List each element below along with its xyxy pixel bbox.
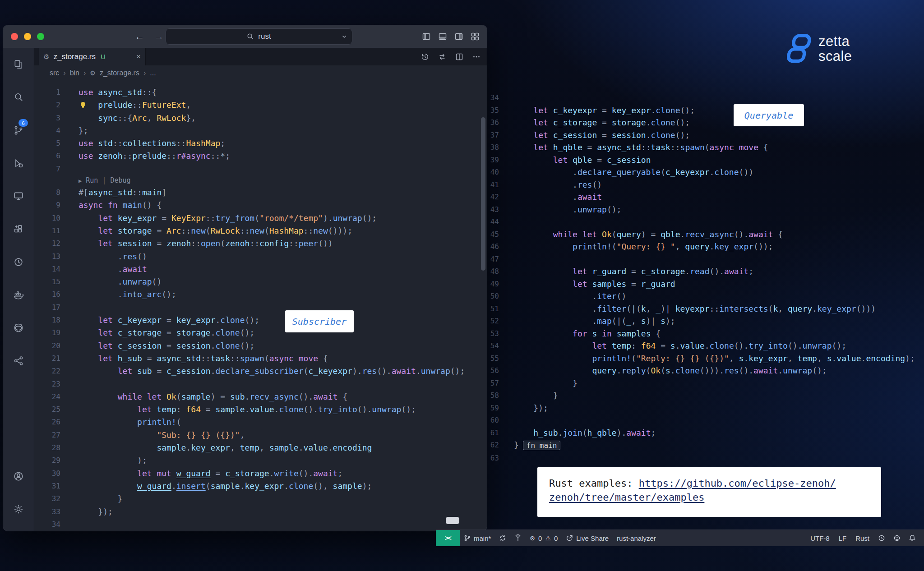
code-line[interactable]: 20 let c_session = session.clone();	[34, 340, 487, 352]
code-line[interactable]: 52 .map(|(_, s)| s);	[469, 315, 924, 327]
live-share-button[interactable]: Live Share	[562, 530, 613, 546]
code-line[interactable]: 33 });	[34, 506, 487, 518]
breadcrumb-item[interactable]: bin	[70, 69, 79, 77]
code-line[interactable]: 4};	[34, 124, 487, 137]
code-line[interactable]: 50 .iter()	[469, 290, 924, 303]
code-line[interactable]: 5use std::collections::HashMap;	[34, 137, 487, 150]
code-line[interactable]: 51 .filter(|(k, _)| keyexpr::intersects(…	[469, 303, 924, 315]
breadcrumb-item[interactable]: src	[50, 69, 59, 77]
code-line[interactable]: 16 .into_arc();	[34, 288, 487, 301]
docker-icon[interactable]	[3, 278, 34, 311]
toggle-panel-icon[interactable]	[438, 32, 447, 41]
share-network-icon[interactable]	[3, 344, 34, 377]
code-line[interactable]: 10 let key_expr = KeyExpr::try_from("roo…	[34, 212, 487, 225]
code-line[interactable]: 6use zenoh::prelude::r#async::*;	[34, 150, 487, 162]
examples-link-line2[interactable]: zenoh/tree/master/examples	[549, 492, 704, 503]
code-line[interactable]: 22 let sub = c_session.declare_subscribe…	[34, 365, 487, 378]
code-line[interactable]: 2 prelude::FutureExt,	[34, 99, 487, 111]
notifications-bell-icon[interactable]	[905, 530, 919, 546]
breadcrumb-item[interactable]: ...	[150, 69, 156, 77]
encoding-status[interactable]: UTF-8	[806, 530, 834, 546]
code-line[interactable]: 62}fn main	[469, 439, 924, 452]
code-line[interactable]: 34	[34, 518, 487, 531]
code-line[interactable]: 61 h_sub.join(h_qble).await;	[469, 427, 924, 439]
code-line[interactable]: 27 "Sub: {} {} ({})",	[34, 429, 487, 442]
code-line[interactable]: 3 sync::{Arc, RwLock},	[34, 112, 487, 124]
remote-explorer-icon[interactable]	[3, 180, 34, 212]
code-line[interactable]: 46 println!("Query: {} ", query.key_expr…	[469, 240, 924, 253]
minimize-window-button[interactable]	[24, 33, 31, 40]
eol-status[interactable]: LF	[835, 530, 851, 546]
code-line[interactable]: 23	[34, 378, 487, 391]
vertical-scrollbar[interactable]	[481, 117, 485, 271]
customize-layout-icon[interactable]	[471, 32, 480, 41]
remote-indicator[interactable]: ><	[436, 530, 460, 546]
code-line[interactable]: 7	[34, 163, 487, 175]
code-line[interactable]: 12 let session = zenoh::open(zenoh::conf…	[34, 237, 487, 250]
code-line[interactable]: 44	[469, 216, 924, 228]
code-line[interactable]: 34	[469, 92, 924, 104]
quick-fix-lightbulb-icon[interactable]	[79, 101, 87, 109]
code-line[interactable]: 38 let h_qble = async_std::task::spawn(a…	[469, 141, 924, 154]
sync-status[interactable]	[495, 530, 510, 546]
close-tab-icon[interactable]: ×	[136, 52, 141, 61]
code-line[interactable]: 53 for s in samples {	[469, 327, 924, 340]
toggle-secondary-sidebar-icon[interactable]	[454, 32, 463, 41]
code-line[interactable]: 21 let h_sub = async_std::task::spawn(as…	[34, 352, 487, 365]
examples-link[interactable]: https://github.com/eclipse-zenoh/	[639, 478, 836, 489]
code-line[interactable]: 41 .res()	[469, 179, 924, 191]
search-icon[interactable]	[3, 81, 34, 114]
code-line[interactable]: 37 let c_session = session.clone();	[469, 129, 924, 142]
code-line[interactable]: 42 .await	[469, 191, 924, 203]
code-line[interactable]: 47	[469, 253, 924, 266]
code-line[interactable]: 18 let c_keyexpr = key_expr.clone();	[34, 314, 487, 327]
editor-left-pane[interactable]: 1use async_std::{2 prelude::FutureExt,3 …	[34, 80, 487, 531]
codelens-debug[interactable]: Debug	[110, 176, 130, 184]
code-line[interactable]: 9async fn main() {	[34, 199, 487, 212]
code-line[interactable]: 55 println!("Reply: {} {} ({})", s.key_e…	[469, 352, 924, 365]
zoom-window-button[interactable]	[37, 33, 44, 40]
extension-status-icon[interactable]	[874, 530, 889, 546]
chevron-down-icon[interactable]	[341, 33, 347, 40]
run-debug-icon[interactable]	[3, 147, 34, 180]
breadcrumb-item[interactable]: z_storage.rs	[100, 69, 139, 77]
code-line[interactable]: 29 );	[34, 454, 487, 467]
code-line[interactable]: 1use async_std::{	[34, 86, 487, 99]
code-line[interactable]: 31 w_guard.insert(sample.key_expr.clone(…	[34, 480, 487, 493]
code-line[interactable]: 26 println!(	[34, 416, 487, 428]
timeline-history-icon[interactable]	[421, 53, 429, 61]
code-line[interactable]: 30 let mut w_guard = c_storage.write().a…	[34, 467, 487, 480]
accounts-icon[interactable]	[3, 460, 34, 493]
navigate-back-button[interactable]: ←	[135, 31, 144, 42]
code-line[interactable]: 43 .unwrap();	[469, 203, 924, 216]
problems-status[interactable]: ⊗ 0 ⚠ 0	[526, 530, 562, 546]
run-icon[interactable]: ▶	[79, 178, 82, 184]
breadcrumb[interactable]: src›bin›⚙z_storage.rs›...	[34, 65, 487, 80]
code-line[interactable]: 17	[34, 301, 487, 314]
source-control-icon[interactable]: 6	[3, 114, 34, 147]
code-line[interactable]: 57 }	[469, 377, 924, 390]
code-line[interactable]: 40 .declare_queryable(c_keyexpr.clone())	[469, 166, 924, 179]
compare-changes-icon[interactable]	[438, 53, 446, 61]
language-mode-status[interactable]: Rust	[851, 530, 873, 546]
code-line[interactable]: 19 let c_storage = storage.clone();	[34, 327, 487, 339]
horizontal-scrollbar-thumb[interactable]	[446, 517, 459, 524]
code-line[interactable]: 49 let samples = r_guard	[469, 278, 924, 290]
split-editor-icon[interactable]	[455, 53, 463, 61]
rust-analyzer-status[interactable]: rust-analyzer	[613, 530, 660, 546]
codelens-run[interactable]: Run	[86, 176, 98, 184]
extensions-icon[interactable]	[3, 212, 34, 245]
settings-gear-icon[interactable]	[3, 493, 34, 525]
code-line[interactable]: 13 .res()	[34, 250, 487, 263]
command-center-search[interactable]: rust	[166, 28, 352, 45]
more-actions-icon[interactable]	[472, 53, 480, 61]
code-line[interactable]: 15 .unwrap()	[34, 276, 487, 288]
tab-z-storage[interactable]: ⚙ z_storage.rs U ×	[39, 48, 146, 65]
code-line[interactable]: 35 let c_keyexpr = key_expr.clone();	[469, 104, 924, 117]
code-line[interactable]: 56 query.reply(Ok(s.clone())).res().awai…	[469, 364, 924, 377]
explorer-icon[interactable]	[3, 48, 34, 81]
code-line[interactable]: 48 let r_guard = c_storage.read().await;	[469, 265, 924, 278]
code-line[interactable]: 11 let storage = Arc::new(RwLock::new(Ha…	[34, 225, 487, 237]
feedback-smiley-icon[interactable]	[890, 530, 904, 546]
code-line[interactable]: 39 let qble = c_session	[469, 154, 924, 166]
